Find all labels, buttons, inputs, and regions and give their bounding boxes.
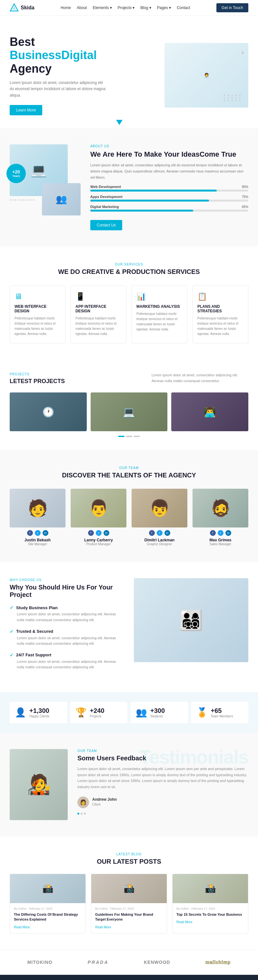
skill-web-fill bbox=[90, 189, 217, 191]
member-2-role: Product Manager bbox=[71, 542, 127, 546]
project-card-3[interactable]: 👨‍💻 bbox=[171, 393, 249, 431]
hero-body: Lorem ipsum dolor sit amet, consectetur … bbox=[9, 80, 106, 99]
facebook-icon[interactable]: f bbox=[149, 530, 155, 536]
nav-cta-button[interactable]: Get in Touch bbox=[217, 3, 249, 12]
nav-projects[interactable]: Projects ▾ bbox=[118, 5, 135, 10]
stat-students-info: +300 Students bbox=[150, 707, 165, 718]
stat-team-info: +65 Team Members bbox=[211, 707, 233, 718]
projects-tag: PROJECTS bbox=[9, 372, 65, 376]
hero-person-icon: 🧑‍💼 bbox=[204, 73, 209, 78]
hero-text: Best BusinessDigital Agency Lorem ipsum … bbox=[9, 35, 129, 115]
member-2-avatar: 👨 bbox=[71, 489, 127, 527]
service-web-title: WEB INTERFACE DESIGN bbox=[14, 304, 61, 313]
partner-mailchimp: mailchimp bbox=[206, 960, 231, 965]
blog-tag: LATEST BLOG bbox=[9, 853, 249, 856]
member-4-name: Max Grimes bbox=[193, 538, 249, 542]
about-images: 💻 👥 +20Years bbox=[9, 145, 81, 209]
linkedin-icon[interactable]: in bbox=[165, 530, 170, 536]
whyus-reason-3-body: Lorem ipsum dolor sit amet, consectetur … bbox=[9, 659, 124, 670]
team-member-2: 👨 f t in Lanny Carberry Product Manager bbox=[71, 489, 127, 546]
twitter-icon[interactable]: t bbox=[96, 530, 101, 536]
linkedin-icon[interactable]: in bbox=[225, 530, 231, 536]
project-card-2[interactable]: 💻 bbox=[90, 393, 168, 431]
app-design-icon: 📱 bbox=[76, 292, 122, 301]
stat-clients-label: Happy Clients bbox=[29, 714, 49, 718]
blog-link-1[interactable]: Read More bbox=[14, 926, 30, 929]
hero-cta-button[interactable]: Learn More bbox=[9, 105, 42, 115]
project-card-1[interactable]: 🕐 bbox=[9, 393, 87, 431]
badge-label: Years bbox=[12, 174, 20, 178]
projects-section: PROJECTS LETEST PROJECTS Lorem ipsum dol… bbox=[0, 360, 258, 450]
skill-web-pct: 80% bbox=[242, 185, 249, 189]
stat-clients: 👤 +1,300 Happy Clients bbox=[9, 702, 67, 723]
star-decoration: ✦ bbox=[240, 49, 245, 57]
whyus-headline: Why You Should Hire Us For Your Project bbox=[9, 584, 124, 598]
skill-apps: Apps Development 75% bbox=[90, 195, 249, 202]
testi-body: Lorem ipsum dolor sit amet, consectetur … bbox=[78, 766, 249, 790]
facebook-icon[interactable]: f bbox=[210, 530, 216, 536]
linkedin-icon[interactable]: in bbox=[103, 530, 109, 536]
skill-marketing-fill bbox=[90, 210, 193, 212]
skill-apps-label: Apps Development bbox=[90, 195, 249, 199]
whyus-reason-2-body: Lorem ipsum dolor sit amet, consectetur … bbox=[9, 635, 124, 647]
service-plans-body: Pellentesque habitant morbi tristique se… bbox=[197, 316, 244, 337]
projects-headline: LETEST PROJECTS bbox=[9, 378, 65, 385]
skill-web-label: Web Development bbox=[90, 185, 249, 189]
project-carousel-dots bbox=[9, 436, 249, 437]
skill-apps-track bbox=[90, 200, 249, 202]
whyus-reason-2-title: ✓ Trusted & Secured bbox=[9, 629, 124, 634]
about-cta-button[interactable]: Contact Us bbox=[90, 220, 122, 230]
projects-icon: 🏆 bbox=[76, 707, 87, 718]
whyus-photo: 👨‍👩‍👧‍👦 bbox=[134, 578, 249, 662]
member-1-social: f t in bbox=[9, 530, 65, 536]
hero-section: Best BusinessDigital Agency Lorem ipsum … bbox=[0, 16, 258, 128]
about-tag: ABOUT US bbox=[90, 145, 249, 148]
service-card-plans: 📋 PLANS AND STRATEGIES Pellentesque habi… bbox=[193, 285, 249, 344]
whyus-reason-1-title: ✓ Study Business Plan bbox=[9, 605, 124, 610]
stat-students-label: Students bbox=[150, 714, 165, 718]
marketing-icon: 📊 bbox=[136, 292, 182, 301]
nav-links: Home About Elements ▾ Projects ▾ Blog ▾ … bbox=[61, 5, 190, 10]
blog-link-2[interactable]: Read More bbox=[95, 926, 111, 929]
hero-headline: Best BusinessDigital Agency bbox=[9, 35, 129, 75]
nav-elements[interactable]: Elements ▾ bbox=[93, 5, 112, 10]
logo: Skida bbox=[9, 3, 35, 12]
stats-section: 👤 +1,300 Happy Clients 🏆 +240 Projects 👥… bbox=[0, 692, 258, 733]
facebook-icon[interactable]: f bbox=[88, 530, 94, 536]
team-section: OUR TEAM DISCOVER THE TALENTS OF THE AGE… bbox=[0, 450, 258, 562]
twitter-icon[interactable]: t bbox=[157, 530, 163, 536]
twitter-icon[interactable]: t bbox=[35, 530, 41, 536]
plans-icon: 📋 bbox=[197, 292, 244, 301]
about-section: 💻 👥 +20Years ABOUT US We Are Here To Mak… bbox=[0, 128, 258, 247]
footer: Skida Lorem ipsum dolor sit amet, consec… bbox=[0, 975, 258, 980]
service-card-app: 📱 APP INTERFACE DESIGN Pellentesque habi… bbox=[71, 285, 127, 344]
nav-home[interactable]: Home bbox=[61, 5, 71, 10]
nav-pages[interactable]: Pages ▾ bbox=[157, 5, 171, 10]
services-section: OUR SERVICES WE DO CREATIVE & PRODUCTION… bbox=[0, 247, 258, 360]
skill-marketing-label: Digital Marketing bbox=[90, 205, 249, 208]
stat-projects-info: +240 Projects bbox=[90, 707, 104, 718]
stat-team-number: +65 bbox=[211, 707, 233, 714]
about-content: ABOUT US We Are Here To Make Your IdeasC… bbox=[90, 145, 249, 231]
nav-about[interactable]: About bbox=[77, 5, 87, 10]
team-member-4: 🧔 f t in Max Grimes Sales Manager bbox=[193, 489, 249, 546]
whyus-tag: WHY CHOOSE US bbox=[9, 578, 124, 582]
about-secondary-image: 👥 bbox=[42, 183, 81, 215]
twitter-icon[interactable]: t bbox=[218, 530, 223, 536]
service-app-body: Pellentesque habitant morbi tristique se… bbox=[76, 316, 122, 337]
member-4-avatar: 🧔 bbox=[193, 489, 249, 527]
logo-text: Skida bbox=[21, 5, 35, 11]
nav-contact[interactable]: Contact bbox=[177, 5, 190, 10]
team-member-1: 🧑 f t in Justin Bekash Site Manager bbox=[9, 489, 65, 546]
whyus-reason-1-body: Lorem ipsum dolor sit amet, consectetur … bbox=[9, 611, 124, 623]
stat-projects-label: Projects bbox=[90, 714, 104, 718]
blog-section: LATEST BLOG OUR LATEST POSTS 📸 By Author… bbox=[0, 836, 258, 950]
web-design-icon: 🖥 bbox=[14, 292, 61, 301]
whyus-reason-3-title: ✓ 24/7 Fast Support bbox=[9, 652, 124, 658]
blog-link-3[interactable]: Read More bbox=[176, 920, 192, 924]
nav-blog[interactable]: Blog ▾ bbox=[140, 5, 151, 10]
linkedin-icon[interactable]: in bbox=[43, 530, 48, 536]
facebook-icon[interactable]: f bbox=[27, 530, 33, 536]
check-icon-2: ✓ bbox=[9, 629, 14, 634]
blog-meta-2: By Author · February 17, 2022 bbox=[95, 907, 163, 910]
